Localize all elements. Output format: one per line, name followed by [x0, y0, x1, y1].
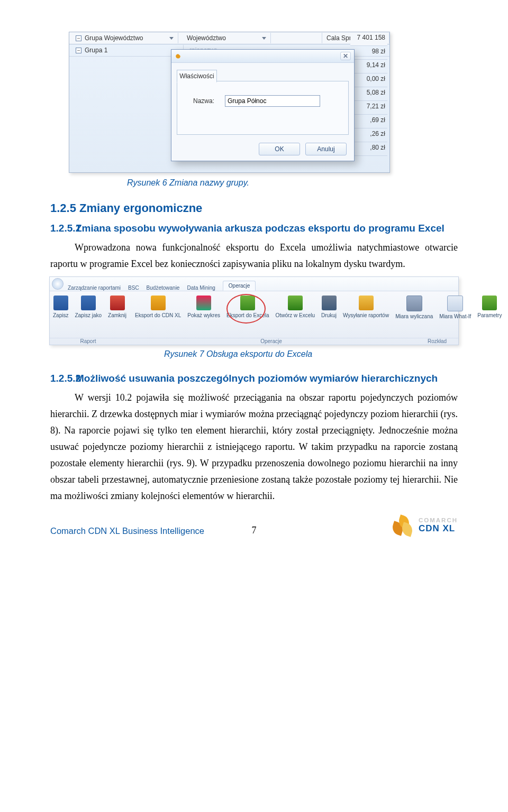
cancel-button[interactable]: Anuluj [305, 143, 347, 155]
properties-dialog: ✕ Właściwości Nazwa: OK Anuluj [171, 49, 355, 161]
paragraph-2: W wersji 10.2 pojawiła się możliwość prz… [50, 390, 458, 504]
ribbon-btn-saveas[interactable]: Zapisz jako [71, 291, 105, 338]
grid-number-cell: ,80 zł [350, 142, 387, 156]
grid-header-col2[interactable]: Województwo [183, 33, 271, 43]
figure-6-caption: Rysunek 6 Zmiana nazwy grupy. [127, 178, 458, 188]
ribbon-btn-save[interactable]: Zapisz [50, 291, 71, 338]
ribbon-btn-export-cdn[interactable]: Eksport do CDN XL [132, 291, 184, 338]
footer-brand: COMARCH CDN XL [390, 514, 458, 536]
grid-number-cell: 7 401 158 [350, 32, 387, 46]
heading-1-2-5-1: 1.2.5.1Zmiana sposobu wywoływania arkusz… [50, 223, 458, 234]
orb-icon[interactable] [52, 278, 64, 290]
figure-7-caption: Rysunek 7 Obsługa eksportu do Excela [164, 349, 458, 359]
ribbon-btn-print[interactable]: Drukuj [318, 291, 340, 338]
ribbon-tabs: Zarządzanie raportami BSC Budżetowanie D… [50, 277, 458, 291]
heading-1-2-5-2: 1.2.5.2Możliwość usuwania poszczególnych… [50, 373, 458, 384]
page-number: 7 [252, 525, 257, 536]
ribbon-btn-calc-measure[interactable]: Miara wyliczana [392, 291, 436, 338]
app-icon [175, 52, 182, 60]
grid-number-cell: 0,00 zł [350, 73, 387, 87]
grid-header-group-label: Grupa Województwo [85, 34, 143, 42]
grid-number-cell: ,69 zł [350, 115, 387, 128]
tab-properties[interactable]: Właściwości [177, 70, 217, 82]
ribbon-group-label: Raport [50, 338, 126, 348]
close-icon[interactable]: ✕ [340, 52, 351, 60]
footer-product-name: Comarch CDN XL Business Intelligence [50, 526, 204, 536]
ribbon-tab[interactable]: Zarządzanie raportami [68, 285, 121, 291]
ribbon-tab[interactable]: Budżetowanie [147, 285, 180, 291]
name-label: Nazwa: [193, 97, 214, 105]
heading-1-2-5: 1.2.5 Zmiany ergonomiczne [50, 201, 458, 215]
page-footer: Comarch CDN XL Business Intelligence 7 C… [50, 514, 458, 536]
tab-body: Nazwa: [177, 81, 349, 135]
ribbon-btn-params[interactable]: Parametry [474, 291, 505, 338]
collapse-icon[interactable]: – [76, 35, 81, 41]
name-input[interactable] [225, 95, 320, 107]
grid-header-row: – Grupa Województwo Województwo Cala Spr… [69, 32, 389, 44]
grid-number-cell: 7,21 zł [350, 101, 387, 115]
ribbon-tab-active[interactable]: Operacje [223, 281, 256, 291]
grid-number-cell: ,26 zł [350, 128, 387, 142]
chevron-down-icon[interactable] [169, 37, 174, 40]
ribbon-btn-whatif[interactable]: Miara What-If [436, 291, 474, 338]
highlight-circle-icon [226, 294, 266, 324]
collapse-icon[interactable]: – [76, 48, 81, 53]
screenshot-rename-group: – Grupa Województwo Województwo Cala Spr… [69, 32, 390, 173]
dialog-titlebar[interactable]: ✕ [171, 50, 354, 63]
screenshot-ribbon: Zarządzanie raportami BSC Budżetowanie D… [49, 276, 459, 345]
ribbon-tab[interactable]: Data Mining [187, 285, 215, 291]
ribbon-btn-fields[interactable]: Lista pól [505, 291, 508, 338]
grid-number-cell: 5,08 zł [350, 87, 387, 101]
ok-button[interactable]: OK [259, 143, 300, 155]
comarch-logo-icon [390, 514, 414, 536]
ribbon-btn-chart[interactable]: Pokaż wykres [184, 291, 223, 338]
ribbon-btn-open-excel[interactable]: Otwórz w Excelu [273, 291, 318, 338]
chevron-down-icon[interactable] [262, 37, 266, 40]
grid-cell-group1[interactable]: – Grupa 1 [71, 45, 184, 56]
grid-header-group[interactable]: – Grupa Województwo [71, 33, 178, 43]
ribbon-group-label: Operacje [126, 338, 416, 348]
ribbon-group-label: Rozkład [416, 338, 458, 348]
grid-number-cell: 9,14 zł [350, 60, 387, 73]
grid-number-cell: 98 zł [350, 46, 387, 60]
ribbon-tab[interactable]: BSC [128, 285, 139, 291]
paragraph-1: Wprowadzona nowa funkcjonalność eksportu… [50, 239, 458, 272]
ribbon-btn-close[interactable]: Zamknij [105, 291, 130, 338]
ribbon-btn-send[interactable]: Wysyłanie raportów [340, 291, 392, 338]
